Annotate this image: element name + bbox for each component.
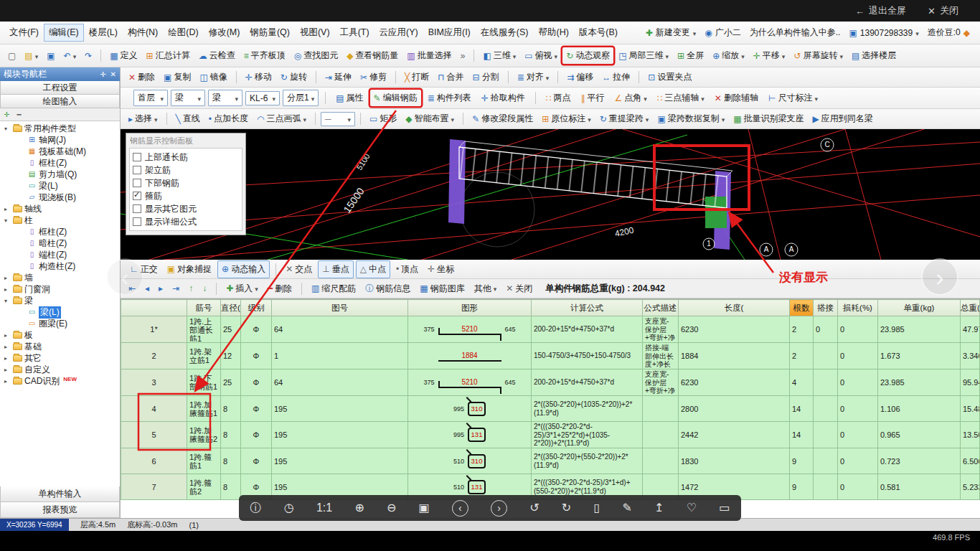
- tree-item[interactable]: ▾柱: [0, 215, 120, 226]
- rebar-display-checkbox-row[interactable]: 架立筋: [133, 164, 239, 176]
- table-column-header[interactable]: 损耗(%): [838, 300, 878, 316]
- close-icon[interactable]: ✕: [110, 70, 116, 78]
- checkbox-icon[interactable]: [133, 204, 141, 213]
- unit-weight-cell[interactable]: 0.581: [878, 474, 961, 500]
- tree-expander-icon[interactable]: ▸: [4, 286, 11, 293]
- toolbar-button[interactable]: ⊞汇总计算: [143, 47, 194, 64]
- toolbar-button[interactable]: ▭矩形: [366, 110, 400, 127]
- row-number-cell[interactable]: 6: [121, 448, 187, 474]
- tree-item[interactable]: ▯暗柱(Z): [0, 237, 120, 249]
- toolbar-button[interactable]: ⊟分割: [469, 69, 503, 85]
- snap-toggle-button[interactable]: ✛坐标: [424, 261, 458, 278]
- collapse-all-icon[interactable]: ━: [17, 110, 21, 118]
- diameter-cell[interactable]: 25: [221, 369, 241, 396]
- menu-item[interactable]: 楼层(L): [84, 24, 123, 42]
- toolbar-button[interactable]: ▥批量选择: [403, 47, 455, 64]
- toolbar-button[interactable]: ▤选择楼层: [848, 47, 900, 64]
- total-weight-cell[interactable]: 5.233: [961, 474, 980, 500]
- tree-item[interactable]: ▯端柱(Z): [0, 249, 120, 260]
- tree-item[interactable]: ▱现浇板(B): [0, 192, 120, 203]
- viewer-tool-icon[interactable]: ‹: [452, 500, 468, 517]
- viewer-tool-icon[interactable]: ›: [491, 500, 507, 517]
- table-tool-button[interactable]: ✚插入: [222, 281, 262, 297]
- toolbar-button[interactable]: ▦定义: [106, 47, 141, 64]
- menu-item[interactable]: 云应用(Y): [374, 24, 423, 42]
- figure-number-cell[interactable]: 64: [272, 316, 408, 343]
- toolbar-button[interactable]: ✛拾取构件: [478, 90, 529, 106]
- tree-item[interactable]: ▯框柱(Z): [0, 226, 120, 237]
- formula-cell[interactable]: 200-20+15*d+4750+37*d: [532, 369, 643, 396]
- lap-cell[interactable]: [814, 396, 838, 422]
- unit-weight-cell[interactable]: 0.965: [878, 422, 961, 448]
- table-tool-button[interactable]: ✕关闭: [502, 281, 536, 297]
- tree-item[interactable]: ▭圈梁(E): [0, 318, 120, 329]
- table-row[interactable]: 31跨.下部钢筋125Φ643755210645200-20+15*d+4750…: [121, 369, 980, 396]
- rebar-name-cell[interactable]: 1跨.架立筋1: [187, 343, 221, 369]
- total-weight-cell[interactable]: 15.484: [961, 396, 980, 422]
- toolbar-button[interactable]: ▤属性: [332, 90, 367, 106]
- toolbar-button[interactable]: ✛平移: [750, 47, 789, 64]
- cost-beans-label[interactable]: 造价豆:0◆: [928, 27, 970, 39]
- table-row[interactable]: 51跨.加腋箍筋28Φ1959951312*(((350-2*20-2*d-25…: [121, 422, 980, 448]
- rebar-name-cell[interactable]: 1跨.加腋箍筋2: [187, 422, 221, 448]
- count-cell[interactable]: 9: [790, 474, 814, 500]
- viewport-3d-canvas[interactable]: C 1 A A 5100 15000 4200: [121, 129, 980, 260]
- figure-number-cell[interactable]: 1: [272, 343, 408, 369]
- toolbar-button[interactable]: ✎编辑钢筋: [370, 90, 421, 106]
- question-link[interactable]: 为什么单构件输入中参..: [750, 27, 841, 39]
- toolbar-button[interactable]: ∥平行: [577, 90, 608, 106]
- tree-expander-icon[interactable]: ▸: [4, 378, 11, 385]
- carousel-next-button[interactable]: ›: [921, 258, 958, 296]
- snap-toggle-button[interactable]: △中点: [356, 260, 390, 278]
- toolbar-button[interactable]: ⊢尺寸标注: [765, 90, 821, 106]
- tree-expander-icon[interactable]: ▸: [4, 355, 11, 362]
- lap-cell[interactable]: [814, 343, 838, 369]
- formula-cell[interactable]: 2*((350-2*20)+(1035-2*20))+2*(11.9*d): [532, 396, 643, 422]
- tree-expander-icon[interactable]: ▸: [4, 206, 11, 212]
- viewer-tool-icon[interactable]: 1:1: [316, 502, 332, 514]
- shape-cell[interactable]: 1884: [408, 343, 532, 369]
- tree-item[interactable]: ▯构造柱(Z): [0, 260, 120, 272]
- toolbar-button[interactable]: ▤: [21, 49, 42, 63]
- viewer-tool-icon[interactable]: ✎: [622, 502, 631, 514]
- tree-expander-icon[interactable]: ▸: [4, 275, 11, 281]
- tree-expander-icon[interactable]: ▾: [4, 298, 11, 304]
- row-number-cell[interactable]: 1*: [121, 316, 187, 343]
- formula-cell[interactable]: 150-4750/3+4750+150-4750/3: [532, 343, 643, 369]
- total-weight-cell[interactable]: 13.504: [961, 422, 980, 448]
- tree-expander-icon[interactable]: ▸: [4, 332, 11, 339]
- toolbar-button[interactable]: ◆查看钢筋量: [343, 47, 402, 64]
- project-settings-button[interactable]: 工程设置: [0, 81, 120, 95]
- tree-item[interactable]: ▾梁: [0, 295, 120, 306]
- checkbox-icon[interactable]: [133, 179, 141, 187]
- toolbar-button[interactable]: ∷两点: [542, 90, 575, 106]
- tree-item[interactable]: ▸其它: [0, 352, 120, 364]
- toolbar-button[interactable]: ⇥延伸: [321, 69, 355, 85]
- table-column-header[interactable]: 根数: [790, 300, 814, 316]
- viewer-tool-icon[interactable]: ↻: [562, 502, 571, 514]
- rebar-name-cell[interactable]: 1跨.箍筋2: [187, 474, 221, 500]
- rebar-name-cell[interactable]: 1跨.下部钢筋1: [187, 369, 221, 396]
- table-tool-button[interactable]: ━删除: [264, 281, 296, 297]
- length-cell[interactable]: 2800: [679, 396, 790, 422]
- lap-cell[interactable]: [814, 422, 838, 448]
- toolbar-button[interactable]: ≣对齐: [514, 69, 553, 85]
- count-cell[interactable]: 9: [790, 448, 814, 474]
- formula-cell[interactable]: 2*((350-2*20)+(550-2*20))+2*(11.9*d): [532, 448, 643, 474]
- snap-toggle-button[interactable]: ⊥垂点: [318, 260, 353, 278]
- loss-cell[interactable]: 0: [838, 343, 878, 369]
- diameter-cell[interactable]: 8: [221, 474, 241, 500]
- toolbar-button[interactable]: ↷: [81, 50, 95, 62]
- tree-item[interactable]: ▭梁(L): [0, 180, 120, 192]
- table-row[interactable]: 41跨.加腋箍筋18Φ1959953102*((350-2*20)+(1035-…: [121, 396, 980, 422]
- tree-item[interactable]: ⊞轴网(J): [0, 134, 120, 146]
- diameter-cell[interactable]: 8: [221, 448, 241, 474]
- toolbar-button[interactable]: ↶: [60, 49, 80, 63]
- tree-item[interactable]: ▤剪力墙(Q): [0, 169, 120, 180]
- tree-item[interactable]: ▸自定义: [0, 364, 120, 375]
- count-cell[interactable]: 2: [790, 343, 814, 369]
- snap-toggle-button[interactable]: •顶点: [392, 261, 422, 278]
- rebar-display-checkbox-row[interactable]: 显示其它图元: [133, 202, 239, 215]
- checkbox-icon[interactable]: [133, 192, 141, 200]
- exit-fullscreen-button[interactable]: ←退出全屏: [855, 4, 906, 17]
